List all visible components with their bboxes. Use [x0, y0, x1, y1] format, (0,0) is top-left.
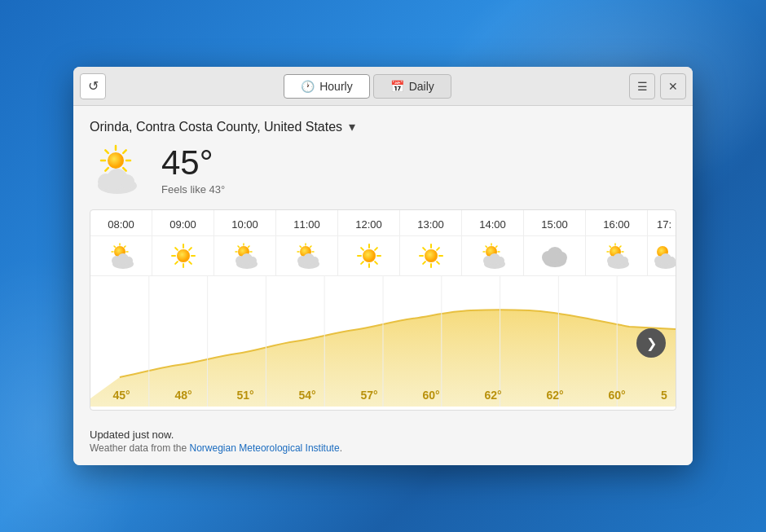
- temp-block: 45° Feels like 43°: [161, 146, 225, 196]
- title-bar: ↺ 🕐 Hourly 📅 Daily ☰ ✕: [73, 67, 693, 106]
- tab-daily-label: Daily: [409, 80, 434, 93]
- temp-3: 54°: [276, 382, 338, 410]
- svg-point-31: [177, 249, 190, 262]
- svg-point-93: [620, 257, 628, 265]
- icons-row: [90, 236, 676, 276]
- close-button[interactable]: ✕: [660, 73, 686, 99]
- footer: Updated just now. Weather data from the …: [73, 420, 693, 465]
- svg-line-89: [610, 246, 610, 247]
- svg-point-83: [556, 252, 567, 263]
- svg-line-66: [437, 262, 439, 264]
- temp-2: 51°: [214, 382, 276, 410]
- svg-line-68: [423, 262, 425, 264]
- svg-line-5: [123, 168, 126, 171]
- icon-col-1: [152, 236, 214, 275]
- col-time-9: 17:: [648, 210, 676, 235]
- icon-col-6: [462, 236, 524, 275]
- icon-col-3: [276, 236, 338, 275]
- svg-point-22: [125, 257, 133, 265]
- svg-line-67: [437, 248, 439, 250]
- temp-6: 62°: [462, 382, 524, 410]
- tab-bar: 🕐 Hourly 📅 Daily: [106, 74, 629, 99]
- svg-line-30: [175, 262, 178, 264]
- tab-hourly[interactable]: 🕐 Hourly: [284, 74, 369, 99]
- tab-hourly-label: Hourly: [319, 80, 352, 93]
- temp-9: 5: [648, 382, 676, 410]
- location-row: Orinda, Contra Costa County, United Stat…: [90, 119, 676, 134]
- svg-line-56: [361, 248, 363, 250]
- icon-col-9: [648, 236, 676, 275]
- svg-line-6: [123, 150, 126, 153]
- location-dropdown-arrow[interactable]: ▾: [349, 119, 355, 134]
- svg-line-75: [486, 246, 486, 247]
- svg-line-15: [124, 246, 125, 247]
- chart-section: ❯ 45° 48° 51° 54° 57° 60° 62° 62° 60° 5: [90, 276, 676, 410]
- icon-col-2: [214, 236, 276, 275]
- weather-window: ↺ 🕐 Hourly 📅 Daily ☰ ✕ Orinda, Contra Co…: [73, 67, 693, 465]
- svg-point-60: [363, 249, 376, 262]
- svg-point-98: [667, 257, 676, 265]
- svg-line-27: [175, 248, 178, 250]
- current-temperature: 45°: [161, 146, 225, 180]
- icon-col-0: [90, 236, 152, 275]
- col-time-5: 13:00: [400, 210, 462, 235]
- svg-line-72: [495, 246, 496, 247]
- svg-line-7: [105, 168, 108, 171]
- col-time-7: 15:00: [524, 210, 586, 235]
- attribution-link[interactable]: Norwegian Meteorological Institute: [190, 442, 340, 454]
- svg-line-57: [375, 262, 377, 264]
- col-time-1: 09:00: [152, 210, 214, 235]
- next-hours-button[interactable]: ❯: [636, 328, 666, 358]
- icon-col-4: [338, 236, 400, 275]
- svg-line-65: [423, 248, 425, 250]
- col-time-6: 14:00: [462, 210, 524, 235]
- temp-0: 45°: [90, 382, 152, 410]
- col-time-0: 08:00: [90, 210, 152, 235]
- temp-5: 60°: [400, 382, 462, 410]
- svg-line-58: [375, 248, 377, 250]
- svg-line-34: [248, 246, 249, 247]
- temp-4: 57°: [338, 382, 400, 410]
- temp-1: 48°: [152, 382, 214, 410]
- svg-point-69: [425, 249, 438, 262]
- attribution: Weather data from the Norwegian Meteorol…: [90, 442, 676, 454]
- svg-point-79: [496, 257, 504, 265]
- svg-line-28: [189, 262, 192, 264]
- svg-line-29: [189, 248, 192, 250]
- svg-point-41: [249, 257, 257, 265]
- times-row: 08:00 09:00 10:00 11:00 12:00 13:00 14:0…: [90, 210, 676, 236]
- svg-line-4: [105, 150, 108, 153]
- svg-line-37: [238, 246, 239, 247]
- location-name: Orinda, Contra Costa County, United Stat…: [90, 120, 342, 134]
- tab-daily[interactable]: 📅 Daily: [373, 74, 451, 99]
- clock-icon: 🕐: [301, 80, 315, 93]
- feels-like: Feels like 43°: [161, 183, 225, 196]
- main-content: Orinda, Contra Costa County, United Stat…: [73, 106, 693, 420]
- col-time-2: 10:00: [214, 210, 276, 235]
- svg-line-44: [310, 246, 310, 247]
- calendar-icon: 📅: [390, 80, 404, 93]
- refresh-button[interactable]: ↺: [80, 73, 106, 99]
- window-controls: ☰ ✕: [629, 73, 686, 99]
- temp-7: 62°: [524, 382, 586, 410]
- svg-line-47: [300, 246, 301, 247]
- icon-col-5: [400, 236, 462, 275]
- current-weather: 45° Feels like 43°: [90, 141, 676, 200]
- col-time-4: 12:00: [338, 210, 400, 235]
- updated-text: Updated just now.: [90, 429, 676, 441]
- svg-point-8: [108, 152, 124, 169]
- svg-point-12: [120, 174, 134, 189]
- current-weather-icon: [90, 141, 148, 200]
- icon-col-7: [524, 236, 586, 275]
- hourly-chart: 08:00 09:00 10:00 11:00 12:00 13:00 14:0…: [90, 209, 676, 411]
- col-time-3: 11:00: [276, 210, 338, 235]
- svg-line-18: [114, 246, 115, 247]
- svg-point-51: [310, 257, 319, 265]
- svg-line-59: [361, 262, 363, 264]
- icon-col-8: [586, 236, 648, 275]
- attribution-prefix: Weather data from the: [90, 442, 190, 454]
- temp-8: 60°: [586, 382, 648, 410]
- menu-button[interactable]: ☰: [629, 73, 655, 99]
- temps-row: 45° 48° 51° 54° 57° 60° 62° 62° 60° 5: [90, 382, 676, 410]
- svg-line-86: [619, 246, 620, 247]
